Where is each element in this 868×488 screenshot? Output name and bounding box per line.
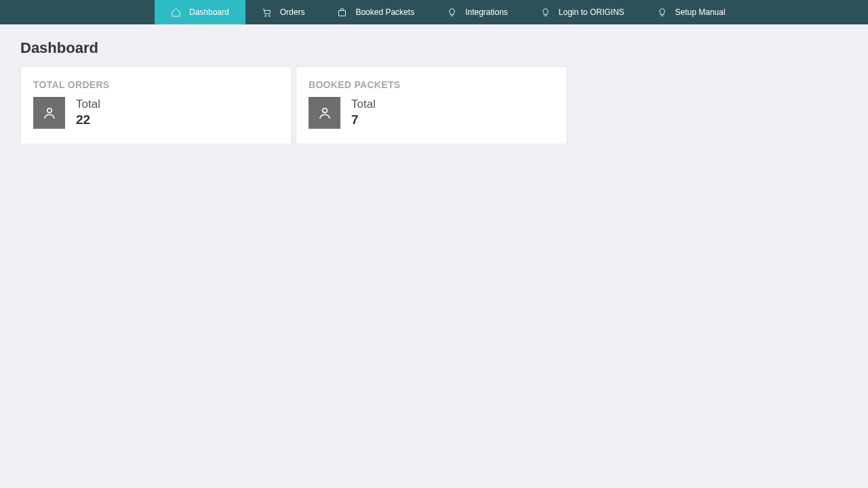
card-body: Total 22 — [33, 97, 279, 129]
nav-item-booked-packets[interactable]: Booked Packets — [321, 0, 431, 24]
nav-item-label: Login to ORIGINS — [559, 7, 625, 17]
card-value: 7 — [351, 112, 376, 129]
card-booked-packets: BOOKED PACKETS Total 7 — [296, 66, 567, 144]
svg-point-0 — [264, 15, 266, 16]
page-title: Dashboard — [20, 39, 848, 57]
person-icon — [33, 97, 65, 129]
content-area: Dashboard TOTAL ORDERS Total 22 BOOKED P… — [0, 24, 868, 159]
cards-row: TOTAL ORDERS Total 22 BOOKED PACKETS Tot… — [20, 66, 848, 144]
svg-point-7 — [322, 108, 326, 112]
card-sub-label: Total — [76, 97, 100, 112]
svg-rect-2 — [339, 10, 346, 16]
nav-item-orders[interactable]: Orders — [245, 0, 321, 24]
nav-item-label: Integrations — [465, 7, 508, 17]
bulb-icon — [657, 7, 667, 18]
nav-item-label: Setup Manual — [675, 7, 726, 17]
nav-item-setup-manual[interactable]: Setup Manual — [641, 0, 742, 24]
card-value: 22 — [76, 112, 100, 129]
card-body: Total 7 — [309, 97, 554, 129]
card-total-orders: TOTAL ORDERS Total 22 — [20, 66, 292, 144]
home-icon — [171, 7, 181, 18]
nav-item-label: Booked Packets — [355, 7, 414, 17]
person-icon — [309, 97, 340, 129]
bulb-icon — [540, 7, 551, 18]
card-title: BOOKED PACKETS — [309, 79, 554, 90]
svg-point-1 — [269, 15, 270, 16]
cart-icon — [262, 7, 272, 18]
nav-item-label: Dashboard — [189, 7, 229, 17]
card-title: TOTAL ORDERS — [33, 79, 279, 90]
card-text: Total 22 — [76, 97, 100, 129]
nav-item-integrations[interactable]: Integrations — [431, 0, 524, 24]
bulb-icon — [447, 7, 457, 18]
nav-item-login-origins[interactable]: Login to ORIGINS — [524, 0, 641, 24]
nav-item-dashboard[interactable]: Dashboard — [155, 0, 245, 24]
top-nav: Dashboard Orders Booked Packets Integrat… — [0, 0, 868, 24]
nav-item-label: Orders — [280, 7, 305, 17]
svg-point-6 — [47, 108, 51, 112]
card-sub-label: Total — [351, 97, 376, 112]
bag-icon — [337, 7, 347, 18]
card-text: Total 7 — [351, 97, 376, 129]
